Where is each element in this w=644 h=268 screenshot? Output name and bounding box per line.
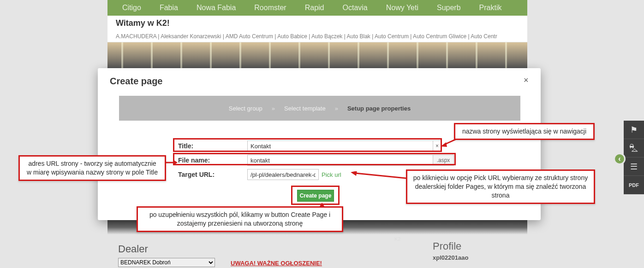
callout-pickurl: po kliknięciu w opcję Pick URL wybieramy… (406, 169, 595, 204)
svg-marker-5 (351, 171, 357, 176)
step-sep: » (272, 105, 275, 112)
welcome-heading: Witamy w K2! (107, 16, 527, 30)
step-template[interactable]: Select template (284, 105, 326, 112)
dealer-select[interactable]: BEDNAREK Dobroń (118, 258, 215, 267)
callout-create: po uzupełnieniu wszystkich pól, klikamy … (137, 206, 343, 232)
target-label: Target URL: (174, 171, 247, 178)
target-row: Target URL: Pick url (174, 169, 341, 180)
callout-title: nazwa strony wyświetlająca się w nawigac… (454, 123, 595, 140)
annotation-frame-title (173, 138, 442, 152)
svg-line-4 (355, 173, 411, 179)
callout-url: adres URL strony - tworzy się automatycz… (18, 155, 166, 181)
flag-icon[interactable]: ⚑ (624, 121, 644, 139)
annotation-frame-filename (173, 153, 456, 165)
nav-item[interactable]: Rapid (296, 4, 334, 12)
warning-link[interactable]: UWAGA! WAŻNE OGŁOSZENIE! (231, 260, 322, 267)
annotation-frame-button (291, 186, 340, 205)
dashboard-icon[interactable]: ☰ (624, 157, 644, 176)
pdf-icon[interactable]: PDF (624, 176, 644, 194)
step-group[interactable]: Select group (229, 105, 262, 112)
nav-item[interactable]: Nowa Fabia (187, 4, 245, 12)
nav-item[interactable]: Nowy Yeti (377, 4, 428, 12)
nav-item[interactable]: Octavia (333, 4, 376, 12)
profile-heading: Profile (433, 240, 461, 252)
car-icon[interactable]: ⛍ (624, 139, 644, 157)
collapse-toolbar-icon[interactable]: ‹ (614, 153, 626, 165)
profile-id: xpl02201aao (433, 254, 468, 261)
pick-url-link[interactable]: Pick url (322, 171, 341, 178)
dealer-heading: Dealer (118, 243, 148, 255)
target-input[interactable] (247, 169, 319, 180)
modal-title: Create page (110, 76, 163, 87)
arrow-icon (351, 171, 411, 181)
k2-badge: K2 (394, 236, 400, 242)
nav-item[interactable]: Fabia (150, 4, 187, 12)
nav-item[interactable]: Roomster (245, 4, 295, 12)
wizard-steps: Select group » Select template » Setup p… (119, 96, 520, 121)
top-nav: Citigo Fabia Nowa Fabia Roomster Rapid O… (107, 0, 527, 16)
nav-item[interactable]: Praktik (470, 4, 511, 12)
close-icon[interactable]: × (524, 76, 529, 85)
nav-item[interactable]: Citigo (113, 4, 150, 12)
nav-item[interactable]: Superb (428, 4, 470, 12)
dealers-breadcrumb: A.MACHUDERA | Aleksander Konarzewski | A… (107, 30, 527, 42)
side-toolbar: ⚑ ⛍ ☰ PDF (624, 121, 644, 194)
step-setup: Setup page properties (347, 105, 411, 112)
step-sep: » (335, 105, 338, 112)
